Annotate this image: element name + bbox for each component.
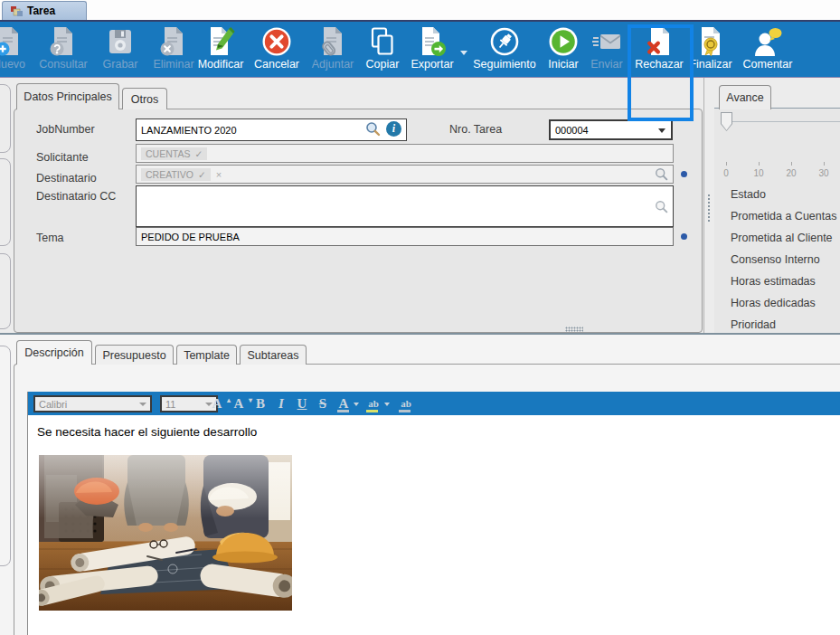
info-icon[interactable]: i bbox=[386, 121, 401, 137]
shrink-font-icon[interactable]: A▾ bbox=[231, 394, 247, 412]
jobnumber-value: LANZAMIENTO 2020 bbox=[141, 125, 237, 136]
toolbar-button-exportar[interactable]: Exportar bbox=[403, 24, 461, 75]
horizontal-splitter-grip[interactable] bbox=[565, 327, 583, 332]
chevron-down-icon bbox=[139, 403, 146, 406]
check-icon: ✓ bbox=[198, 169, 206, 180]
export-icon bbox=[403, 24, 461, 57]
tick-label: 0 bbox=[717, 168, 735, 178]
toolbar-button-comentar[interactable]: Comentar bbox=[739, 24, 797, 75]
field-horas-estimadas[interactable]: Horas estimadas bbox=[731, 275, 816, 288]
font-color-caret[interactable] bbox=[354, 403, 359, 406]
check-icon: ✓ bbox=[194, 148, 203, 159]
toolbar-button-label: Comentar bbox=[739, 58, 797, 71]
tab-label: Presupuesto bbox=[102, 349, 165, 362]
comment-icon bbox=[739, 24, 797, 57]
clear-format-icon[interactable]: ab bbox=[399, 394, 413, 412]
rich-text-editor[interactable]: Calibri 11 A▴ A▾ B I U S A ab ab Se nece… bbox=[27, 392, 840, 635]
toolbar-button-label: Rechazar bbox=[630, 58, 688, 71]
main-toolbar: Nuevo Consultar Grabar Eliminar Modifica bbox=[0, 22, 840, 77]
toolbar-button-label: Enviar bbox=[580, 58, 634, 71]
toolbar-button-finalizar[interactable]: Finalizar bbox=[682, 24, 740, 75]
tab-tarea[interactable]: Tarea bbox=[2, 1, 87, 20]
tab-subtareas[interactable]: Subtareas bbox=[240, 345, 307, 365]
tab-label: Template bbox=[184, 349, 230, 362]
tick-label: 30 bbox=[815, 168, 833, 178]
destinatario-search-icon[interactable] bbox=[655, 167, 669, 182]
tab-descripcion[interactable]: Descripción bbox=[16, 340, 92, 365]
copy-icon bbox=[355, 24, 410, 57]
field-consenso-interno[interactable]: Consenso Interno bbox=[731, 253, 820, 266]
field-prometida-al-cliente[interactable]: Prometida al Cliente bbox=[731, 232, 833, 244]
reject-icon bbox=[630, 24, 688, 57]
document-query-icon bbox=[32, 24, 95, 57]
tick-label: 20 bbox=[782, 168, 800, 178]
tab-template[interactable]: Template bbox=[176, 345, 237, 365]
cancel-icon bbox=[248, 24, 306, 57]
tab-label: Otros bbox=[131, 93, 159, 106]
left-collapsed-panel bbox=[0, 158, 11, 246]
remove-chip-icon[interactable]: × bbox=[216, 169, 222, 180]
tab-label: Avance bbox=[726, 91, 763, 104]
strikethrough-icon[interactable]: S bbox=[316, 394, 329, 412]
toolbar-button-consultar[interactable]: Consultar bbox=[32, 24, 95, 75]
editor-body-text: Se necesita hacer el siguiente desarroll… bbox=[37, 425, 257, 439]
field-estado[interactable]: Estado bbox=[731, 188, 766, 201]
font-color-icon[interactable]: A bbox=[337, 394, 350, 412]
toolbar-button-cancelar[interactable]: Cancelar bbox=[248, 24, 306, 75]
toolbar-button-label: Grabar bbox=[93, 58, 147, 71]
vertical-splitter-grip[interactable] bbox=[707, 194, 711, 223]
underline-icon[interactable]: U bbox=[296, 394, 308, 412]
toolbar-button-label: Adjuntar bbox=[304, 58, 362, 71]
destinatario-chip[interactable]: CREATIVO✓ bbox=[141, 168, 211, 181]
tab-presupuesto[interactable]: Presupuesto bbox=[95, 345, 174, 365]
destinatario-cc-field[interactable] bbox=[136, 185, 674, 227]
toolbar-button-grabar[interactable]: Grabar bbox=[93, 24, 147, 75]
toolbar-button-rechazar[interactable]: Rechazar bbox=[630, 24, 688, 75]
progress-slider-thumb[interactable] bbox=[721, 112, 732, 131]
solicitante-label: Solicitante bbox=[36, 151, 89, 164]
editor-toolbar: Calibri 11 A▴ A▾ B I U S A ab ab bbox=[28, 392, 840, 415]
toolbar-button-label: Modificar bbox=[188, 58, 253, 71]
tab-datos-principales[interactable]: Datos Principales bbox=[16, 83, 119, 109]
tema-value: PEDIDO DE PRUEBA bbox=[141, 232, 240, 242]
pushpin-icon bbox=[468, 24, 541, 57]
tab-label: Descripción bbox=[24, 346, 83, 359]
grow-font-icon[interactable]: A▴ bbox=[209, 394, 225, 412]
toolbar-button-seguimiento[interactable]: Seguimiento bbox=[468, 24, 541, 75]
left-collapsed-panel bbox=[0, 346, 11, 566]
bold-icon[interactable]: B bbox=[254, 394, 267, 412]
nro-tarea-value: 000004 bbox=[555, 125, 589, 136]
jobnumber-search-icon[interactable] bbox=[365, 121, 382, 137]
font-family-combobox[interactable]: Calibri bbox=[33, 395, 152, 412]
solicitante-field[interactable]: CUENTAS✓ bbox=[136, 144, 674, 163]
finish-ribbon-icon bbox=[682, 24, 740, 57]
tab-tarea-label: Tarea bbox=[27, 5, 55, 17]
toolbar-button-copiar[interactable]: Copiar bbox=[355, 24, 410, 75]
toolbar-button-modificar[interactable]: Modificar bbox=[188, 24, 253, 75]
field-prometida-a-cuentas[interactable]: Prometida a Cuentas bbox=[731, 210, 836, 223]
tab-avance[interactable]: Avance bbox=[719, 85, 771, 109]
progress-slider-track[interactable] bbox=[723, 121, 840, 122]
italic-icon[interactable]: I bbox=[275, 394, 288, 412]
field-prioridad[interactable]: Prioridad bbox=[731, 318, 776, 331]
toolbar-button-enviar[interactable]: Enviar bbox=[580, 24, 634, 75]
panel-divider bbox=[703, 78, 704, 333]
nro-tarea-combobox[interactable]: 000004 bbox=[549, 119, 673, 140]
export-dropdown-caret[interactable] bbox=[460, 51, 467, 55]
toolbar-button-adjuntar[interactable]: Adjuntar bbox=[304, 24, 362, 75]
highlight-icon[interactable]: ab bbox=[366, 394, 381, 412]
tema-field[interactable]: PEDIDO DE PRUEBA bbox=[136, 227, 674, 246]
upper-form-section: Datos Principales Otros JobNumber LANZAM… bbox=[0, 78, 840, 333]
left-collapsed-panel bbox=[0, 253, 11, 329]
tab-otros[interactable]: Otros bbox=[122, 88, 167, 109]
solicitante-chip[interactable]: CUENTAS✓ bbox=[141, 147, 207, 160]
destinatario-cc-label: Destinatario CC bbox=[36, 190, 116, 203]
highlight-caret[interactable] bbox=[384, 403, 390, 406]
destinatario-field[interactable]: CREATIVO✓ × bbox=[136, 165, 674, 184]
tab-label: Subtareas bbox=[248, 349, 299, 362]
field-horas-dedicadas[interactable]: Horas dedicadas bbox=[731, 297, 816, 309]
destinatario-cc-search-icon[interactable] bbox=[655, 200, 669, 214]
toolbar-button-label: Copiar bbox=[355, 58, 410, 71]
jobnumber-label: JobNumber bbox=[36, 123, 95, 136]
send-mail-icon bbox=[580, 24, 634, 57]
